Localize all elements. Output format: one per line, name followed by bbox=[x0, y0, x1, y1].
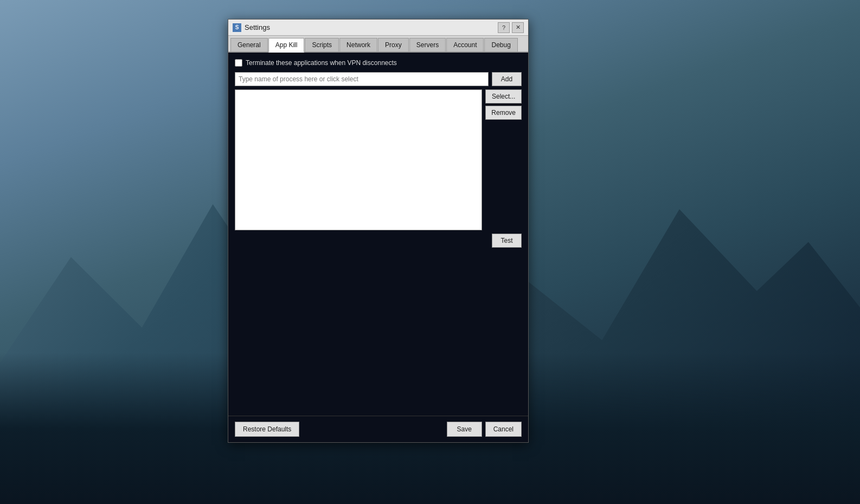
side-buttons: Select... Remove bbox=[485, 89, 522, 230]
save-button[interactable]: Save bbox=[447, 422, 482, 437]
cancel-button[interactable]: Cancel bbox=[485, 422, 522, 437]
terminate-checkbox[interactable] bbox=[235, 59, 242, 67]
test-button[interactable]: Test bbox=[492, 234, 522, 248]
title-text: Settings bbox=[245, 23, 270, 31]
tab-app-kill[interactable]: App Kill bbox=[268, 38, 305, 53]
title-bar: S Settings ? ✕ bbox=[228, 20, 528, 36]
tab-debug[interactable]: Debug bbox=[484, 38, 517, 51]
settings-icon: S bbox=[233, 23, 241, 32]
select-button[interactable]: Select... bbox=[485, 89, 522, 104]
tab-servers[interactable]: Servers bbox=[409, 38, 446, 51]
settings-dialog: S Settings ? ✕ General App Kill Scripts … bbox=[228, 19, 529, 443]
tab-proxy[interactable]: Proxy bbox=[378, 38, 409, 51]
remove-button[interactable]: Remove bbox=[485, 106, 522, 120]
tab-scripts[interactable]: Scripts bbox=[305, 38, 339, 51]
process-name-input[interactable] bbox=[235, 72, 489, 86]
tab-content: Terminate these applications when VPN di… bbox=[228, 53, 528, 416]
tab-account[interactable]: Account bbox=[446, 38, 484, 51]
title-bar-buttons: ? ✕ bbox=[498, 22, 524, 33]
test-button-row: Test bbox=[235, 234, 522, 248]
add-button[interactable]: Add bbox=[492, 72, 522, 86]
footer-right: Save Cancel bbox=[447, 422, 522, 437]
process-list bbox=[235, 89, 482, 230]
terminate-checkbox-row: Terminate these applications when VPN di… bbox=[235, 59, 522, 67]
help-button[interactable]: ? bbox=[498, 22, 510, 33]
title-bar-left: S Settings bbox=[233, 23, 270, 32]
tabs-bar: General App Kill Scripts Network Proxy S… bbox=[228, 36, 528, 53]
footer: Restore Defaults Save Cancel bbox=[228, 416, 528, 442]
process-input-row: Add bbox=[235, 72, 522, 86]
process-area-row: Select... Remove bbox=[235, 89, 522, 230]
tab-general[interactable]: General bbox=[230, 38, 268, 51]
close-button[interactable]: ✕ bbox=[512, 22, 524, 33]
terminate-label[interactable]: Terminate these applications when VPN di… bbox=[246, 59, 397, 67]
restore-defaults-button[interactable]: Restore Defaults bbox=[235, 422, 299, 437]
tab-network[interactable]: Network bbox=[339, 38, 377, 51]
